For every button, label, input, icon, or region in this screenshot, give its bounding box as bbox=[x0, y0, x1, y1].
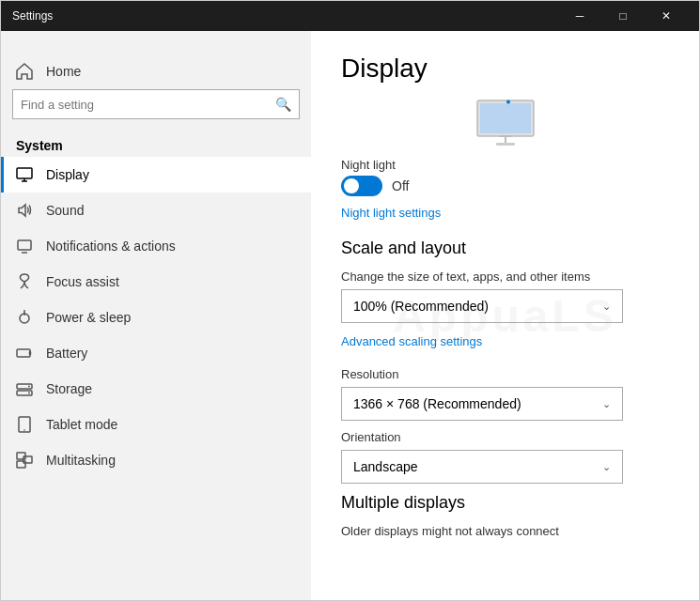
main-content: Display Night light bbox=[311, 31, 699, 566]
night-light-label: Night light bbox=[341, 158, 669, 172]
multiple-displays-desc: Older displays might not always connect bbox=[341, 524, 669, 538]
window-title: Settings bbox=[12, 9, 53, 23]
home-icon bbox=[16, 63, 33, 80]
advanced-scaling-link[interactable]: Advanced scaling settings bbox=[341, 334, 482, 348]
close-button[interactable]: ✕ bbox=[645, 1, 688, 31]
focus-icon bbox=[16, 273, 33, 290]
sidebar-item-focus-label: Focus assist bbox=[46, 274, 119, 289]
scale-value: 100% (Recommended) bbox=[353, 299, 489, 314]
orientation-label: Orientation bbox=[341, 430, 669, 444]
scale-section-heading: Scale and layout bbox=[341, 239, 669, 258]
sidebar-item-multitasking[interactable]: Multitasking bbox=[1, 442, 311, 478]
night-light-settings-link[interactable]: Night light settings bbox=[341, 206, 441, 220]
scale-chevron-icon: ⌄ bbox=[602, 300, 611, 313]
sidebar-item-sound[interactable]: Sound bbox=[1, 193, 311, 228]
sidebar-item-storage[interactable]: Storage bbox=[1, 371, 311, 407]
resolution-chevron-icon: ⌄ bbox=[602, 398, 611, 410]
svg-rect-0 bbox=[17, 168, 32, 178]
svg-rect-1 bbox=[18, 240, 31, 250]
sidebar-item-notifications-label: Notifications & actions bbox=[46, 239, 176, 254]
night-light-value: Off bbox=[392, 178, 409, 193]
sidebar-item-sound-label: Sound bbox=[46, 203, 84, 218]
system-section-label: System bbox=[1, 131, 311, 157]
sidebar-item-battery[interactable]: Battery bbox=[1, 335, 311, 371]
page-title: Display bbox=[341, 54, 669, 84]
titlebar: Settings ─ □ ✕ bbox=[1, 1, 699, 31]
sound-icon bbox=[16, 202, 33, 219]
sidebar-item-tablet[interactable]: Tablet mode bbox=[1, 407, 311, 442]
main-wrapper: AppuaLS Display Night light bbox=[311, 31, 699, 600]
battery-icon bbox=[16, 345, 33, 362]
display-icon bbox=[16, 166, 33, 183]
resolution-label: Resolution bbox=[341, 367, 669, 381]
orientation-chevron-icon: ⌄ bbox=[602, 461, 611, 473]
sidebar-item-display-label: Display bbox=[46, 167, 89, 182]
tablet-icon bbox=[16, 416, 33, 433]
storage-icon bbox=[16, 380, 33, 397]
monitor-icon bbox=[473, 99, 538, 150]
sidebar-item-power-label: Power & sleep bbox=[46, 310, 131, 325]
orientation-value: Landscape bbox=[353, 459, 418, 474]
power-icon bbox=[16, 309, 33, 326]
svg-point-7 bbox=[28, 393, 30, 394]
monitor-illustration bbox=[341, 99, 669, 150]
resolution-dropdown[interactable]: 1366 × 768 (Recommended) ⌄ bbox=[341, 387, 623, 421]
svg-rect-15 bbox=[496, 143, 515, 146]
sidebar-header bbox=[1, 31, 311, 54]
svg-rect-3 bbox=[17, 349, 30, 357]
night-light-toggle-row: Off bbox=[341, 176, 669, 196]
resolution-value: 1366 × 768 (Recommended) bbox=[353, 396, 521, 411]
sidebar-item-home-label: Home bbox=[46, 64, 81, 79]
svg-point-6 bbox=[28, 386, 30, 388]
search-box: 🔍 bbox=[12, 89, 300, 119]
sidebar: Home 🔍 System Display bbox=[1, 31, 311, 600]
search-icon: 🔍 bbox=[275, 97, 291, 112]
svg-point-16 bbox=[506, 100, 510, 104]
sidebar-item-power[interactable]: Power & sleep bbox=[1, 300, 311, 335]
sidebar-item-focus[interactable]: Focus assist bbox=[1, 264, 311, 300]
multiple-displays-heading: Multiple displays bbox=[341, 493, 669, 513]
maximize-button[interactable]: □ bbox=[601, 1, 645, 31]
sidebar-item-battery-label: Battery bbox=[46, 346, 87, 361]
search-input[interactable] bbox=[21, 98, 275, 112]
sidebar-item-notifications[interactable]: Notifications & actions bbox=[1, 228, 311, 264]
window-controls: ─ □ ✕ bbox=[558, 1, 688, 31]
svg-point-9 bbox=[23, 429, 25, 431]
night-light-toggle[interactable] bbox=[341, 176, 382, 196]
minimize-button[interactable]: ─ bbox=[558, 1, 601, 31]
sidebar-item-display[interactable]: Display bbox=[1, 157, 311, 193]
settings-window: Settings ─ □ ✕ Home 🔍 bbox=[0, 0, 700, 601]
scale-field-label: Change the size of text, apps, and other… bbox=[341, 270, 669, 284]
sidebar-item-storage-label: Storage bbox=[46, 381, 92, 396]
notifications-icon bbox=[16, 238, 33, 254]
orientation-dropdown[interactable]: Landscape ⌄ bbox=[341, 450, 623, 484]
svg-rect-14 bbox=[480, 103, 531, 133]
sidebar-item-multitasking-label: Multitasking bbox=[46, 453, 116, 468]
sidebar-item-home[interactable]: Home bbox=[1, 54, 311, 89]
window-content: Home 🔍 System Display bbox=[1, 31, 699, 600]
scale-dropdown[interactable]: 100% (Recommended) ⌄ bbox=[341, 289, 623, 323]
multitasking-icon bbox=[16, 452, 33, 469]
toggle-knob bbox=[344, 178, 359, 193]
sidebar-item-tablet-label: Tablet mode bbox=[46, 417, 117, 432]
